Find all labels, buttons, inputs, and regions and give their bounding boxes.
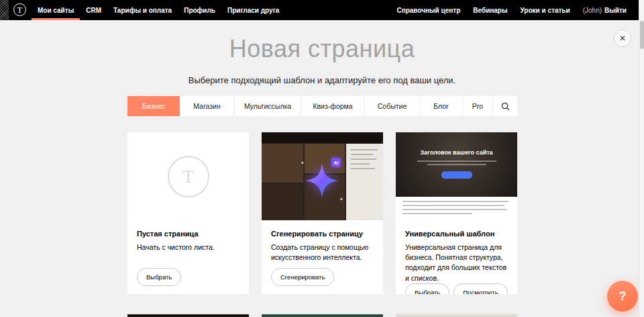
- card-title: Пустая страница: [137, 230, 239, 238]
- ai-star-icon: [303, 162, 341, 199]
- nav-my-sites[interactable]: Мои сайты: [32, 0, 80, 20]
- next-row-card-preview: [262, 314, 383, 317]
- card-description: Универсальная страница для бизнеса. Поня…: [405, 242, 508, 283]
- preview-image: [262, 184, 303, 220]
- choose-blank-button[interactable]: Выбрать: [137, 268, 181, 286]
- tilda-logo[interactable]: T: [13, 3, 26, 16]
- tab-shop[interactable]: Магазин: [180, 96, 235, 116]
- tab-blog[interactable]: Блог: [420, 96, 463, 116]
- nav-right: Справочный центр Вебинары Уроки и статьи…: [396, 0, 644, 20]
- card-info: Пустая страница Начать с чистого листа. …: [127, 220, 249, 294]
- next-row-card-preview: [396, 314, 517, 317]
- card-buttons: Выбрать: [137, 268, 239, 286]
- top-navbar: T Мои сайты CRM Тарифы и оплата Профиль …: [0, 0, 644, 20]
- nav-invite-friend[interactable]: Пригласи друга: [221, 0, 285, 20]
- close-icon: ✕: [619, 34, 626, 43]
- nav-tariffs[interactable]: Тарифы и оплата: [107, 0, 178, 20]
- card-info: Сгенерировать страницу Создать страницу …: [262, 220, 383, 294]
- page-title: Новая страница: [0, 35, 644, 63]
- generate-button[interactable]: Сгенерировать: [271, 268, 334, 286]
- new-page-dialog: T Мои сайты CRM Тарифы и оплата Профиль …: [0, 0, 644, 317]
- tab-business[interactable]: Бизнес: [127, 96, 180, 116]
- blank-page-preview: T: [127, 132, 249, 220]
- page-subtitle: Выберите подходящий шаблон и адаптируйте…: [0, 75, 644, 85]
- nav-webinars[interactable]: Вебинары: [473, 7, 507, 14]
- card-ai-generate: AI ✦ ✦ Сгенерировать страницу Создать ст…: [262, 132, 383, 294]
- nav-left: Мои сайты CRM Тарифы и оплата Профиль Пр…: [32, 0, 285, 20]
- template-category-tabs: Бизнес Магазин Мультиссылка Квиз-форма С…: [127, 96, 517, 116]
- preview-text-block: [396, 197, 517, 220]
- card-blank-page: T Пустая страница Начать с чистого листа…: [127, 132, 249, 294]
- preview-hero-button: [441, 171, 472, 179]
- user-logout[interactable]: (John) Выйти: [583, 7, 627, 14]
- card-buttons: Сгенерировать: [271, 268, 374, 286]
- scrollbar-track[interactable]: [639, 0, 644, 317]
- preview-hero: Заголовок вашего сайта: [396, 132, 517, 197]
- search-icon: [501, 102, 510, 111]
- sparkle-icon: ✦: [301, 161, 305, 165]
- close-button[interactable]: ✕: [614, 30, 631, 47]
- view-template-button[interactable]: Посмотреть: [453, 283, 507, 294]
- nav-help-center[interactable]: Справочный центр: [396, 7, 460, 14]
- tab-quiz-form[interactable]: Квиз-форма: [301, 96, 365, 116]
- card-buttons: Выбрать Посмотреть: [405, 283, 508, 294]
- preview-hero-title: Заголовок вашего сайта: [396, 149, 517, 156]
- preview-image: [262, 144, 303, 183]
- card-description: Создать страницу с помощью искусственног…: [271, 242, 374, 263]
- preview-side-panel: [346, 144, 383, 220]
- scrollbar-thumb[interactable]: [640, 21, 644, 49]
- nav-lessons[interactable]: Уроки и статьи: [521, 7, 570, 14]
- tab-pro[interactable]: Pro: [463, 96, 493, 116]
- logout-link[interactable]: Выйти: [604, 7, 627, 14]
- card-info: Универсальный шаблон Универсальная стран…: [396, 220, 517, 294]
- tab-search[interactable]: [493, 96, 517, 116]
- tab-multilink[interactable]: Мультиссылка: [235, 96, 301, 116]
- template-cards-grid: T Пустая страница Начать с чистого листа…: [127, 132, 517, 294]
- sparkle-icon: ✦: [339, 197, 343, 201]
- nav-profile[interactable]: Профиль: [178, 0, 221, 20]
- card-title: Универсальный шаблон: [405, 230, 508, 238]
- next-row-card-preview: [127, 314, 249, 317]
- nav-crm[interactable]: CRM: [80, 0, 107, 20]
- tilda-pattern-decor: [0, 0, 9, 20]
- ai-badge: AI: [331, 158, 341, 167]
- tab-event[interactable]: Событие: [365, 96, 420, 116]
- card-description: Начать с чистого листа.: [137, 242, 239, 253]
- help-button[interactable]: ?: [607, 281, 638, 312]
- universal-template-preview: Заголовок вашего сайта: [396, 132, 517, 220]
- card-title: Сгенерировать страницу: [271, 230, 374, 238]
- choose-template-button[interactable]: Выбрать: [405, 283, 449, 294]
- card-universal-template: Заголовок вашего сайта Универсальный шаб…: [396, 132, 517, 294]
- user-name: (John): [583, 7, 602, 14]
- tilda-mark-icon: T: [168, 156, 209, 197]
- ai-generate-preview: AI ✦ ✦: [262, 132, 383, 220]
- preview-site-header: [262, 132, 383, 143]
